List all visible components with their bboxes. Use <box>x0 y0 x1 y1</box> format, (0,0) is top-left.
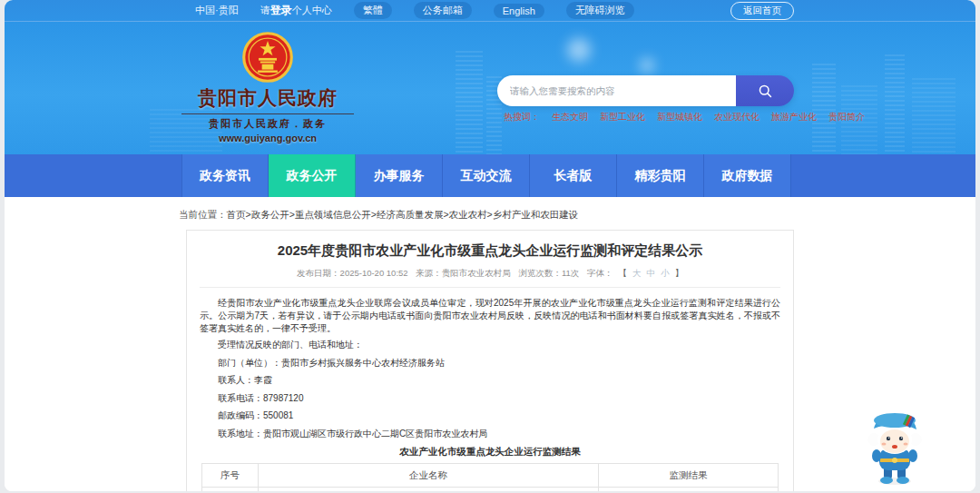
article-paragraph: 经贵阳市农业产业化市级重点龙头企业联席会议成员单位审定，现对2025年开展的农业… <box>200 297 780 335</box>
main-nav: 政务资讯 政务公开 办事服务 互动交流 长者版 精彩贵阳 政府数据 <box>5 154 975 197</box>
national-emblem-icon <box>241 31 294 84</box>
login-bold: 登录 <box>270 4 292 16</box>
site-subtitle: 贵阳市人民政府．政务 <box>181 113 354 131</box>
article-source: 来源：贵阳市农业农村局 <box>416 268 511 278</box>
page-content: 当前位置：首页>政务公开>重点领域信息公开>经济高质量发展>农业农村>乡村产业和… <box>5 197 975 491</box>
topbar-english-button[interactable]: English <box>494 4 544 18</box>
topbar: 中国·贵阳 请登录个人中心 繁體 公务邮箱 English 无障碍浏览 返回首页 <box>5 0 975 22</box>
site-title: 贵阳市人民政府 <box>181 85 354 111</box>
article-title: 2025年度贵阳市农业产业化市级重点龙头企业运行监测和评定结果公示 <box>200 242 780 260</box>
article-paragraph: 受理情况反映的部门、电话和地址： <box>200 340 780 350</box>
nav-item-jingcai-guiyang[interactable]: 精彩贵阳 <box>617 154 704 197</box>
topbar-link-china-guiyang[interactable]: 中国·贵阳 <box>195 4 239 17</box>
site-logo[interactable]: 贵阳市人民政府 贵阳市人民政府．政务 www.guiyang.gov.cn <box>181 31 354 143</box>
hot-word[interactable]: 生态文明 <box>552 111 588 123</box>
results-table-caption: 农业产业化市级重点龙头企业运行监测结果 <box>200 446 780 458</box>
contact-department: 部门（单位）：贵阳市乡村振兴服务中心农村经济服务站 <box>200 358 780 369</box>
hot-search-words: 热搜词： 生态文明 新型工业化 新型城镇化 农业现代化 旅游产业化 贵阳简介 <box>504 111 865 123</box>
topbar-official-mailbox-button[interactable]: 公务邮箱 <box>414 2 472 19</box>
skyline-building <box>912 78 956 154</box>
contact-person: 联系人：李霞 <box>200 375 780 386</box>
return-home-button[interactable]: 返回首页 <box>730 2 794 20</box>
font-size-label: 字体： <box>587 268 613 278</box>
view-count: 浏览次数：11次 <box>518 268 579 278</box>
site-url: www.guiyang.gov.cn <box>181 133 354 143</box>
col-header-index: 序号 <box>202 464 259 488</box>
contact-address: 联系地址：贵阳市观山湖区市级行政中心二期C区贵阳市农业农村局 <box>200 429 780 439</box>
font-bracket: 】 <box>674 268 683 278</box>
hot-words-label: 热搜词： <box>504 111 540 123</box>
topbar-links: 中国·贵阳 请登录个人中心 繁體 公务邮箱 English 无障碍浏览 <box>5 2 634 19</box>
cell-company: 贵州合力超市采购有限公司 <box>259 488 599 492</box>
search-button[interactable] <box>736 75 794 106</box>
nav-item-zhangzheban[interactable]: 长者版 <box>530 154 617 197</box>
table-header-row: 序号 企业名称 监测结果 <box>202 464 779 488</box>
col-header-company: 企业名称 <box>259 464 599 488</box>
font-size-large-button[interactable]: 大 <box>632 268 642 278</box>
breadcrumb: 当前位置：首页>政务公开>重点领域信息公开>经济高质量发展>农业农村>乡村产业和… <box>179 209 578 222</box>
login-post: 个人中心 <box>292 5 332 15</box>
nav-item-zhengfu-shuju[interactable]: 政府数据 <box>704 154 791 197</box>
search-input[interactable] <box>497 75 736 106</box>
hot-word[interactable]: 新型工业化 <box>600 111 645 123</box>
site-window: 中国·贵阳 请登录个人中心 繁體 公务邮箱 English 无障碍浏览 返回首页 <box>5 0 975 491</box>
skyline-building <box>456 51 483 154</box>
hot-word[interactable]: 贵阳简介 <box>828 111 865 123</box>
topbar-traditional-chinese-button[interactable]: 繁體 <box>354 2 392 19</box>
site-search <box>497 75 794 106</box>
col-header-result: 监测结果 <box>599 464 779 488</box>
skyline-building <box>812 64 836 154</box>
skyline-building <box>885 54 905 154</box>
font-bracket: 【 <box>618 268 627 278</box>
nav-item-banshi-fuwu[interactable]: 办事服务 <box>356 154 443 197</box>
contact-postcode: 邮政编码：550081 <box>200 410 780 421</box>
banner-bokeh <box>567 38 591 62</box>
publish-date: 发布日期：2025-10-20 10:52 <box>297 268 408 278</box>
site-banner: 贵阳市人民政府 贵阳市人民政府．政务 www.guiyang.gov.cn 热搜… <box>5 22 975 154</box>
cell-index: 1 <box>202 488 259 492</box>
topbar-login-link[interactable]: 请登录个人中心 <box>260 3 332 18</box>
font-size-small-button[interactable]: 小 <box>661 268 670 278</box>
article-body: 经贵阳市农业产业化市级重点龙头企业联席会议成员单位审定，现对2025年开展的农业… <box>200 297 780 439</box>
table-row: 1 贵州合力超市采购有限公司 合格 <box>202 488 779 492</box>
mascot-widget[interactable] <box>862 409 927 488</box>
article-meta: 发布日期：2025-10-20 10:52 来源：贵阳市农业农村局 浏览次数：1… <box>200 268 780 288</box>
nav-item-zhengwu-zixun[interactable]: 政务资讯 <box>181 154 269 197</box>
results-table: 序号 企业名称 监测结果 1 贵州合力超市采购有限公司 合格 2 贵州友禾种业有… <box>201 463 779 491</box>
search-icon <box>758 84 773 99</box>
topbar-accessibility-button[interactable]: 无障碍浏览 <box>566 2 634 19</box>
article-card: 2025年度贵阳市农业产业化市级重点龙头企业运行监测和评定结果公示 发布日期：2… <box>186 230 794 491</box>
contact-phone: 联系电话：87987120 <box>200 393 780 404</box>
nav-item-hudong-jiaoliu[interactable]: 互动交流 <box>443 154 530 197</box>
cell-result: 合格 <box>599 488 779 492</box>
browser-page: 中国·贵阳 请登录个人中心 繁體 公务邮箱 English 无障碍浏览 返回首页 <box>0 0 980 493</box>
hot-word[interactable]: 旅游产业化 <box>771 111 817 123</box>
breadcrumb-label: 当前位置： <box>179 209 227 220</box>
breadcrumb-path[interactable]: 首页>政务公开>重点领域信息公开>经济高质量发展>农业农村>乡村产业和农田建设 <box>227 209 579 220</box>
login-pre: 请 <box>260 5 270 15</box>
hot-word[interactable]: 农业现代化 <box>714 111 760 123</box>
nav-item-zhengwu-gongkai[interactable]: 政务公开 <box>269 154 356 197</box>
banner-bokeh <box>640 58 654 73</box>
font-size-medium-button[interactable]: 中 <box>646 268 655 278</box>
hot-word[interactable]: 新型城镇化 <box>657 111 702 123</box>
